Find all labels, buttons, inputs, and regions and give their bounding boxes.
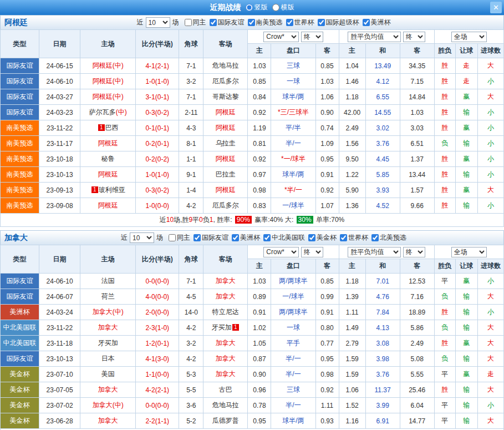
filter-美金杯[interactable]: 美金杯: [308, 233, 337, 242]
filter-checkbox[interactable]: [248, 19, 255, 26]
filter-checkbox[interactable]: [169, 234, 176, 241]
handicap-final-select[interactable]: 终: [301, 247, 323, 257]
col-date: 日期: [39, 245, 80, 274]
result-wdl: 负: [434, 320, 455, 336]
avg-odds-away: 1.37: [400, 151, 434, 167]
home-team: 加拿大: [80, 382, 136, 398]
match-score: 2-2(1-1): [136, 413, 179, 429]
layout-radio-horizontal[interactable]: 横版: [272, 3, 294, 12]
avg-odds-home: 9.50: [339, 151, 365, 167]
result-goals: 大: [477, 58, 503, 74]
result-wdl: 胜: [434, 167, 455, 183]
handicap-odds-away: 1.03: [315, 74, 339, 89]
scope-select[interactable]: 全场: [451, 32, 487, 42]
match-count-select[interactable]: 10: [130, 232, 154, 243]
col-away: 客场: [203, 245, 248, 274]
home-team: 秘鲁: [80, 151, 136, 167]
match-date: 24-03-24: [39, 305, 80, 320]
filter-checkbox[interactable]: [286, 19, 293, 26]
layout-radio-horizontal-input[interactable]: [272, 4, 279, 11]
filter-美洲杯[interactable]: 美洲杯: [232, 233, 260, 242]
filter-checkbox[interactable]: [371, 234, 379, 241]
team-name-text: 加拿大: [98, 417, 118, 424]
avg-odds-draw: 11.37: [365, 382, 400, 398]
summary-segment: 平: [192, 216, 199, 224]
scope-select[interactable]: 全场: [451, 247, 487, 257]
bookmaker-select[interactable]: Crow*: [263, 32, 299, 42]
result-handicap: 输: [455, 413, 477, 429]
result-handicap: 输: [455, 382, 477, 398]
home-team: 阿根廷(中): [80, 58, 136, 74]
summary-segment: 0: [199, 216, 203, 224]
avg-odds-draw: 4.52: [365, 198, 400, 214]
col-home: 主场: [80, 30, 136, 58]
filter-label: 美洲杯: [371, 18, 391, 27]
filter-中北美国联[interactable]: 中北美国联: [263, 233, 305, 242]
avg-final-select[interactable]: 终: [403, 32, 425, 42]
col-score: 比分(半场): [136, 30, 179, 58]
result-goals: 大: [477, 413, 503, 429]
filter-checkbox[interactable]: [210, 19, 217, 26]
result-wdl: 胜: [434, 336, 455, 351]
team-name-text: 阿根廷: [93, 93, 113, 100]
avg-odds-select[interactable]: 胜平负均值: [348, 32, 401, 42]
filter-checkbox[interactable]: [263, 234, 271, 241]
match-count-select[interactable]: 10: [146, 17, 170, 28]
filter-同主[interactable]: 同主: [185, 18, 206, 27]
match-date: 23-06-28: [39, 413, 80, 429]
match-type: 国际友谊: [1, 274, 39, 289]
summary-segment: 场,胜: [174, 216, 189, 224]
avg-odds-select[interactable]: 胜平负均值: [348, 247, 401, 257]
filter-美洲杯[interactable]: 美洲杯: [363, 18, 391, 27]
matches-table-argentina: 类型 日期 主场 比分(半场) 角球 客场 Crow* 终 胜平负均值 终 全场: [0, 29, 504, 227]
match-score: 1-2(0-1): [136, 336, 179, 351]
filter-checkbox[interactable]: [340, 234, 347, 241]
result-handicap: 输: [455, 289, 477, 305]
result-handicap: 赢: [455, 89, 477, 105]
handicap-line: 一球: [271, 74, 315, 89]
filter-checkbox[interactable]: [232, 234, 239, 241]
bookmaker-select[interactable]: Crow*: [263, 247, 299, 257]
filter-checkbox[interactable]: [185, 19, 192, 26]
avg-final-select[interactable]: 终: [403, 247, 425, 257]
filter-世界杯[interactable]: 世界杯: [286, 18, 314, 27]
result-goals: 小: [477, 120, 503, 136]
close-button[interactable]: ✕: [490, 2, 502, 13]
result-goals: 小: [477, 198, 503, 214]
filter-国际友谊[interactable]: 国际友谊: [210, 18, 245, 27]
team-name-text: 加拿大: [216, 355, 236, 362]
match-type: 南美预选: [1, 183, 39, 198]
filter-label: 美洲杯: [240, 233, 260, 242]
filter-国际友谊[interactable]: 国际友谊: [194, 233, 228, 242]
avg-select-cell: 胜平负均值 终: [339, 245, 434, 259]
avg-odds-away: 1.03: [400, 105, 434, 120]
avg-odds-away: 25.46: [400, 382, 434, 398]
handicap-final-select[interactable]: 终: [301, 32, 323, 42]
filter-checkbox[interactable]: [363, 19, 370, 26]
filter-同主[interactable]: 同主: [169, 233, 190, 242]
filter-北美预选[interactable]: 北美预选: [371, 233, 406, 242]
layout-radio-vertical-input[interactable]: [246, 4, 253, 11]
team-name-text: 危地马拉: [212, 62, 239, 69]
match-score: 0-3(0-2): [136, 183, 179, 198]
handicap-odds-home: 1.03: [248, 58, 271, 74]
col-handicap-away: 客: [315, 44, 339, 58]
match-type: 美金杯: [1, 413, 39, 429]
filter-checkbox[interactable]: [194, 234, 201, 241]
col-type: 类型: [1, 30, 39, 58]
filter-南美预选[interactable]: 南美预选: [248, 18, 283, 27]
filter-checkbox[interactable]: [318, 19, 325, 26]
avg-odds-home: 1.16: [339, 413, 365, 429]
home-team: 1巴西: [80, 120, 136, 136]
handicap-odds-home: 0.83: [248, 198, 271, 214]
team-name-text: 巴西: [105, 124, 119, 131]
match-row: 国际友谊24-03-23萨尔瓦多(中)0-3(0-2)2-11阿根廷0.92*三…: [1, 105, 504, 120]
col-corners: 角球: [179, 245, 203, 274]
result-goals: 大: [477, 89, 503, 105]
col-avg-home: 主: [339, 259, 365, 274]
filter-国际超级杯[interactable]: 国际超级杯: [318, 18, 359, 27]
layout-radio-vertical[interactable]: 竖版: [246, 3, 268, 12]
filter-世界杯[interactable]: 世界杯: [340, 233, 368, 242]
filter-checkbox[interactable]: [308, 234, 315, 241]
match-row: 南美预选23-11-221巴西0-1(0-1)4-3阿根廷1.19平/半0.74…: [1, 120, 504, 136]
